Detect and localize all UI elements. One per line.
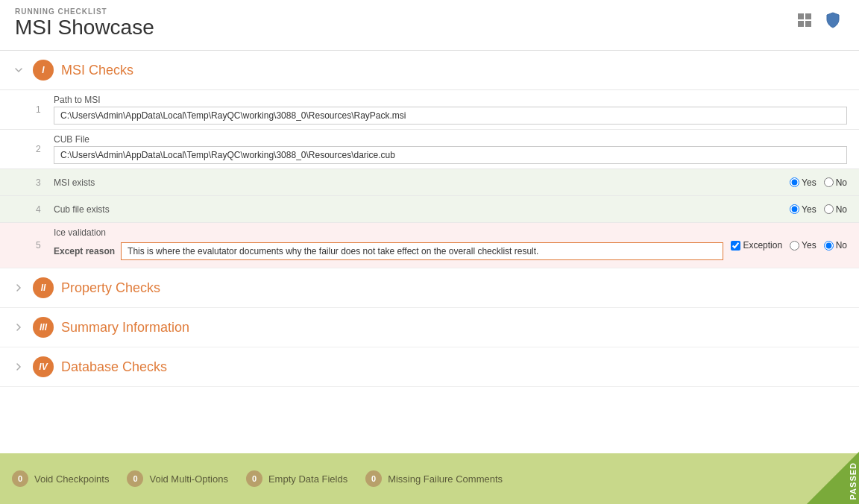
- header-icons: [793, 10, 844, 33]
- section-header-summary-information[interactable]: III Summary Information: [0, 308, 859, 347]
- check-row-1: 1 Path to MSI: [0, 89, 859, 129]
- radio-no-5[interactable]: [824, 241, 834, 251]
- row-controls-4: Yes No: [790, 204, 847, 215]
- exception-checkbox-5[interactable]: [731, 241, 740, 251]
- check-row-3: 3 MSI exists Yes No: [0, 168, 859, 195]
- chevron-icon: [12, 360, 25, 374]
- row-content-4: Cub file exists: [54, 204, 782, 215]
- footer-label-1: Void Multi-Options: [149, 473, 228, 485]
- section-title-database-checks: Database Checks: [61, 359, 167, 375]
- svg-rect-1: [805, 13, 811, 19]
- section-header-property-checks[interactable]: II Property Checks: [0, 268, 859, 307]
- except-label-5: Except reason: [54, 246, 115, 256]
- row-content-2: CUB File: [54, 134, 847, 164]
- header: RUNNING CHECKLIST MSI Showcase: [0, 0, 859, 51]
- row-content-3: MSI exists: [54, 177, 782, 188]
- section-title-summary-information: Summary Information: [61, 320, 189, 336]
- row-num-2: 2: [36, 144, 54, 154]
- except-input-5[interactable]: [121, 242, 723, 260]
- radio-no-label-4[interactable]: No: [824, 204, 847, 215]
- except-reason-label: Except reason: [54, 246, 115, 256]
- chevron-icon: [12, 281, 25, 294]
- footer-label-0: Void Checkpoints: [34, 473, 109, 485]
- row-label-4: Cub file exists: [54, 204, 782, 215]
- check-row-2: 2 CUB File: [0, 129, 859, 168]
- exception-checkbox-label-5[interactable]: Exception: [731, 240, 782, 251]
- section-header-database-checks[interactable]: IV Database Checks: [0, 347, 859, 386]
- row-controls-3: Yes No: [790, 177, 847, 188]
- row-num-1: 1: [36, 104, 54, 115]
- radio-no-label-3[interactable]: No: [824, 177, 847, 188]
- footer: 0 Void Checkpoints 0 Void Multi-Options …: [0, 453, 859, 504]
- row-content-5: Ice validation Except reason: [54, 227, 723, 263]
- section-badge-property-checks: II: [33, 277, 54, 298]
- row-label-3: MSI exists: [54, 177, 782, 188]
- app-title: MSI Showcase: [15, 16, 844, 40]
- running-label: RUNNING CHECKLIST: [15, 7, 844, 16]
- row-input-2[interactable]: [54, 146, 847, 164]
- radio-yes-4[interactable]: [790, 204, 799, 214]
- section-badge-summary-information: III: [33, 317, 54, 338]
- section-database-checks: IV Database Checks: [0, 347, 859, 387]
- except-row-5: Except reason: [54, 239, 723, 263]
- section-title-property-checks: Property Checks: [61, 280, 160, 296]
- section-summary-information: III Summary Information: [0, 308, 859, 347]
- radio-no-label-5[interactable]: No: [824, 240, 847, 251]
- check-rows-msi-checks: 1 Path to MSI 2 CUB File 3 MSI exists: [0, 89, 859, 268]
- footer-count-3: 0: [365, 470, 382, 487]
- windows-icon-button[interactable]: [793, 10, 816, 33]
- footer-item-1: 0 Void Multi-Options: [127, 470, 228, 487]
- row-num-5: 5: [36, 240, 54, 251]
- row-input-1[interactable]: [54, 107, 847, 125]
- row-num-4: 4: [36, 204, 54, 215]
- radio-yes-label-4[interactable]: Yes: [790, 204, 816, 215]
- shield-icon-button[interactable]: [822, 10, 844, 33]
- sections-container: I MSI Checks 1 Path to MSI 2 CUB File 3: [0, 51, 859, 387]
- passed-text: PASSED: [849, 462, 858, 500]
- section-badge-msi-checks: I: [33, 60, 54, 81]
- radio-yes-label-3[interactable]: Yes: [790, 177, 816, 188]
- footer-label-3: Missing Failure Comments: [388, 473, 503, 485]
- chevron-icon: [12, 63, 25, 77]
- radio-yes-5[interactable]: [790, 241, 799, 251]
- chevron-icon: [12, 321, 25, 334]
- check-row-4: 4 Cub file exists Yes No: [0, 195, 859, 222]
- section-badge-database-checks: IV: [33, 356, 54, 377]
- footer-count-1: 0: [127, 470, 143, 487]
- radio-no-3[interactable]: [824, 177, 834, 187]
- footer-count-0: 0: [12, 470, 28, 487]
- section-property-checks: II Property Checks: [0, 268, 859, 308]
- section-title-msi-checks: MSI Checks: [61, 63, 133, 78]
- svg-rect-3: [805, 21, 811, 27]
- footer-item-3: 0 Missing Failure Comments: [365, 470, 503, 487]
- row-label-2: CUB File: [54, 134, 847, 145]
- shield-icon: [825, 12, 840, 32]
- main-content: I MSI Checks 1 Path to MSI 2 CUB File 3: [0, 51, 859, 453]
- check-row-5: 5 Ice validation Except reason: [0, 222, 859, 268]
- radio-yes-label-5[interactable]: Yes: [790, 240, 816, 251]
- footer-count-2: 0: [246, 470, 262, 487]
- footer-item-0: 0 Void Checkpoints: [12, 470, 109, 487]
- row-label-1: Path to MSI: [54, 95, 847, 105]
- radio-yes-3[interactable]: [790, 177, 799, 187]
- row-content-1: Path to MSI: [54, 95, 847, 125]
- svg-rect-0: [798, 13, 804, 19]
- row-label-5: Ice validation: [54, 227, 723, 238]
- row-num-3: 3: [36, 177, 54, 188]
- section-header-msi-checks[interactable]: I MSI Checks: [0, 51, 859, 89]
- radio-no-4[interactable]: [824, 204, 834, 214]
- footer-label-2: Empty Data Fields: [268, 473, 347, 485]
- row-controls-5: Exception Yes No: [731, 240, 847, 251]
- section-msi-checks: I MSI Checks 1 Path to MSI 2 CUB File 3: [0, 51, 859, 268]
- windows-icon: [797, 13, 812, 31]
- footer-items: 0 Void Checkpoints 0 Void Multi-Options …: [12, 470, 847, 487]
- svg-rect-2: [798, 21, 804, 27]
- footer-item-2: 0 Empty Data Fields: [246, 470, 347, 487]
